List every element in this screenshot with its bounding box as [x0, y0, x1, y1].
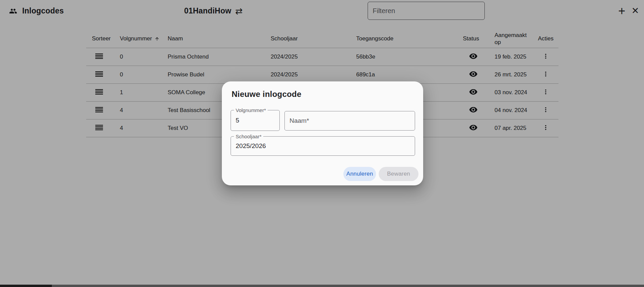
naam-field [284, 111, 415, 131]
save-button[interactable]: Bewaren [379, 167, 418, 181]
schooljaar-field-label: Schooljaar* [234, 134, 263, 140]
volgnummer-field: Volgnummer* [231, 110, 280, 131]
app-root: Inlogcodes 01HandiHow ⇄ + ✕ Sorteer [0, 0, 644, 287]
volgnummer-field-label: Volgnummer* [234, 107, 268, 113]
schooljaar-field: Schooljaar* [231, 136, 415, 156]
volgnummer-input[interactable] [231, 110, 279, 131]
dialog-title: Nieuwe inlogcode [232, 89, 301, 99]
cancel-button[interactable]: Annuleren [343, 167, 376, 181]
new-inlogcode-dialog: Nieuwe inlogcode Volgnummer* Schooljaar*… [222, 81, 423, 185]
naam-input[interactable] [285, 111, 415, 130]
